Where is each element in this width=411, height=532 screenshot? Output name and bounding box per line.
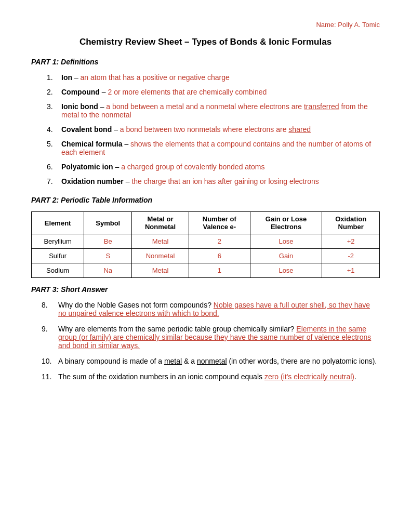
- answer: a charged group of covalently bonded ato…: [121, 163, 264, 171]
- dash: –: [74, 73, 81, 82]
- list-item: 9. Why are elements from the same period…: [42, 325, 380, 350]
- item-text: Why are elements from the same periodic …: [58, 325, 380, 350]
- definitions-list: 1. Ion – an atom that has a positive or …: [31, 73, 380, 185]
- periodic-table: Element Symbol Metal orNonmetal Number o…: [31, 211, 380, 278]
- item-number: 1.: [47, 73, 61, 82]
- item-text: Polyatomic ion – a charged group of cova…: [61, 163, 380, 171]
- answer-metal: metal: [164, 357, 182, 365]
- element-name: Beryllium: [32, 234, 84, 249]
- valence-electrons: 6: [189, 249, 250, 263]
- element-name: Sulfur: [32, 249, 84, 263]
- valence-electrons: 2: [189, 234, 250, 249]
- item-number: 6.: [47, 163, 61, 171]
- oxidation-number: +1: [322, 263, 380, 278]
- term: Covalent bond: [61, 125, 112, 134]
- element-symbol: Na: [84, 263, 132, 278]
- list-item: 4. Covalent bond – a bond between two no…: [47, 125, 380, 134]
- item-number: 9.: [42, 325, 58, 333]
- item-text: Ion – an atom that has a positive or neg…: [61, 73, 380, 82]
- list-item: 2. Compound – 2 or more elements that ar…: [47, 88, 380, 96]
- list-item: 7. Oxidation number – the charge that an…: [47, 177, 380, 185]
- list-item: 10. A binary compound is made of a metal…: [42, 357, 380, 365]
- question: Why do the Noble Gases not form compound…: [58, 301, 214, 309]
- table-row: Sodium Na Metal 1 Lose +1: [32, 263, 380, 278]
- item-number: 2.: [47, 88, 61, 96]
- table-row: Sulfur S Nonmetal 6 Gain -2: [32, 249, 380, 263]
- item-number: 3.: [47, 102, 61, 111]
- item-text: Compound – 2 or more elements that are c…: [61, 88, 380, 96]
- col-gain-lose: Gain or LoseElectrons: [250, 212, 322, 234]
- list-item: 1. Ion – an atom that has a positive or …: [47, 73, 380, 82]
- term: Ion: [61, 73, 72, 82]
- gain-lose: Lose: [250, 234, 322, 249]
- name-label: Name:: [316, 21, 336, 29]
- item-number: 4.: [47, 125, 61, 134]
- part2-title: PART 2: Periodic Table Information: [31, 196, 380, 204]
- col-valence: Number ofValence e-: [189, 212, 250, 234]
- element-symbol: S: [84, 249, 132, 263]
- part1-title: PART 1: Definitions: [31, 58, 380, 66]
- answer: an atom that has a positive or negative …: [81, 73, 230, 82]
- answer-underline: transferred: [304, 102, 339, 111]
- answer-prefix: a bond between a metal and a nonmetal wh…: [106, 102, 304, 111]
- term: Ionic bond: [61, 102, 98, 111]
- item-number: 7.: [47, 177, 61, 185]
- item-text: The sum of the oxidation numbers in an i…: [58, 373, 380, 381]
- dash: –: [100, 102, 107, 111]
- part3-title: PART 3: Short Answer: [31, 285, 380, 294]
- list-item: 6. Polyatomic ion – a charged group of c…: [47, 163, 380, 171]
- answer-nonmetal: nonmetal: [197, 357, 227, 365]
- answer-prefix: a bond between two nonmetals where elect…: [120, 125, 289, 134]
- answer: zero (it's electrically neutral): [264, 373, 354, 381]
- dash: –: [102, 88, 108, 96]
- item-number: 10.: [42, 357, 58, 365]
- list-item: 11. The sum of the oxidation numbers in …: [42, 373, 380, 381]
- dash: –: [114, 125, 120, 134]
- item-number: 5.: [47, 140, 61, 148]
- metal-nonmetal: Metal: [132, 234, 189, 249]
- question-part: & a: [182, 357, 197, 365]
- item-text: A binary compound is made of a metal & a…: [58, 357, 380, 365]
- question-part: The sum of the oxidation numbers in an i…: [58, 373, 264, 381]
- item-text: Why do the Noble Gases not form compound…: [58, 301, 380, 317]
- col-oxidation: OxidationNumber: [322, 212, 380, 234]
- gain-lose: Gain: [250, 249, 322, 263]
- valence-electrons: 1: [189, 263, 250, 278]
- metal-nonmetal: Metal: [132, 263, 189, 278]
- table-header-row: Element Symbol Metal orNonmetal Number o…: [32, 212, 380, 234]
- dash: –: [124, 140, 130, 148]
- page-title: Chemistry Review Sheet – Types of Bonds …: [31, 37, 380, 47]
- col-symbol: Symbol: [84, 212, 132, 234]
- term: Oxidation number: [61, 177, 124, 185]
- table-row: Beryllium Be Metal 2 Lose +2: [32, 234, 380, 249]
- element-name: Sodium: [32, 263, 84, 278]
- gain-lose: Lose: [250, 263, 322, 278]
- question: Why are elements from the same periodic …: [58, 325, 296, 333]
- term: Chemical formula: [61, 140, 122, 148]
- col-metal: Metal orNonmetal: [132, 212, 189, 234]
- oxidation-number: +2: [322, 234, 380, 249]
- item-text: Ionic bond – a bond between a metal and …: [61, 102, 380, 119]
- answer: 2 or more elements that are chemically c…: [108, 88, 267, 96]
- term: Polyatomic ion: [61, 163, 113, 171]
- list-item: 3. Ionic bond – a bond between a metal a…: [47, 102, 380, 119]
- oxidation-number: -2: [322, 249, 380, 263]
- item-number: 8.: [42, 301, 58, 309]
- list-item: 5. Chemical formula – shows the elements…: [47, 140, 380, 156]
- name-line: Name: Polly A. Tomic: [31, 21, 380, 29]
- short-answer-list: 8. Why do the Noble Gases not form compo…: [31, 301, 380, 381]
- answer: the charge that an ion has after gaining…: [131, 177, 319, 185]
- item-number: 11.: [42, 373, 58, 381]
- item-text: Chemical formula – shows the elements th…: [61, 140, 380, 156]
- list-item: 8. Why do the Noble Gases not form compo…: [42, 301, 380, 317]
- item-text: Oxidation number – the charge that an io…: [61, 177, 380, 185]
- item-text: Covalent bond – a bond between two nonme…: [61, 125, 380, 134]
- dash: –: [115, 163, 121, 171]
- element-symbol: Be: [84, 234, 132, 249]
- name-value: Polly A. Tomic: [338, 21, 380, 29]
- dash: –: [126, 177, 132, 185]
- metal-nonmetal: Nonmetal: [132, 249, 189, 263]
- question-part: A binary compound is made of a: [58, 357, 164, 365]
- col-element: Element: [32, 212, 84, 234]
- term: Compound: [61, 88, 100, 96]
